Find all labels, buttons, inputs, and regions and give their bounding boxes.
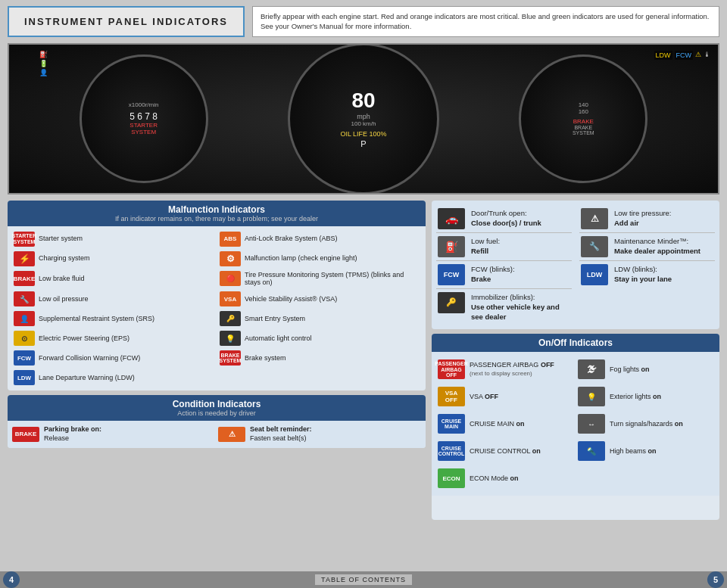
condition-subtitle: Action is needed by driver xyxy=(11,409,422,417)
econ-mode-item: ECON ECON Mode on xyxy=(436,465,575,491)
starter-system-label: Starter system xyxy=(39,235,83,243)
malfunction-subtitle: If an indicator remains on, there may be… xyxy=(11,215,422,222)
immobilizer-label: Immobilizer (blinks):Use other vehicle k… xyxy=(471,292,570,322)
indicator-item: ⚙ Malfunction lamp (check engine light) xyxy=(217,249,423,269)
exterior-lights-icon: 💡 xyxy=(578,387,605,406)
temp-icon: 🌡 xyxy=(704,51,710,60)
passenger-airbag-label: PASSENGER AIRBAG OFF(next to display scr… xyxy=(470,361,554,378)
door-trunk-label: Door/Trunk open:Close door(s) / trunk xyxy=(471,208,541,229)
malfunction-header: Malfunction Indicators If an indicator r… xyxy=(8,201,426,226)
left-column: Malfunction Indicators If an indicator r… xyxy=(8,201,426,520)
immobilizer-icon: 🔑 xyxy=(438,292,465,313)
maintenance-label: Maintenance Minder™:Make dealer appointm… xyxy=(614,236,700,257)
smart-entry-label: Smart Entry System xyxy=(245,315,305,323)
fcw-blinks-icon: FCW xyxy=(438,264,465,285)
toc-link[interactable]: TABLE OF CONTENTS xyxy=(315,574,412,585)
vsa-off-icon: VSAOFF xyxy=(438,387,465,406)
ldw-blinks-label: LDW (blinks):Stay in your lane xyxy=(614,264,672,285)
condition-section: Condition Indicators Action is needed by… xyxy=(8,395,426,447)
parking-brake-item: BRAKE Parking brake on:Release xyxy=(12,425,215,443)
ldw-blinks-icon: LDW xyxy=(581,264,608,285)
door-trunk-item: 🚗 Door/Trunk open:Close door(s) / trunk xyxy=(436,205,572,233)
fuel-temp-gauge: 140 160 BRAKE BRAKESYSTEM xyxy=(519,54,647,183)
fog-lights-item: 🌫 Fog lights on xyxy=(576,356,715,382)
tire-pressure-icon: ⚠ xyxy=(581,208,608,229)
brake-fluid-label: Low brake fluid xyxy=(39,275,85,283)
eps-label: Electric Power Steering (EPS) xyxy=(39,334,129,343)
indicator-item: VSA Vehicle Stability Assist® (VSA) xyxy=(217,289,423,309)
indicator-item: ⚡ Charging system xyxy=(11,249,217,269)
warning-icon: ⚠ xyxy=(695,51,701,60)
top-header: INSTRUMENT PANEL INDICATORS Briefly appe… xyxy=(0,0,727,40)
engine-light-label: Malfunction lamp (check engine light) xyxy=(245,254,357,263)
brake-system-label: Brake system xyxy=(245,354,286,362)
tpms-label: Tire Pressure Monitoring System (TPMS) (… xyxy=(245,271,420,288)
tire-pressure-item: ⚠ Low tire pressure:Add air xyxy=(579,205,715,233)
econ-label: ECON Mode on xyxy=(470,474,519,484)
indicator-item: ABS Anti-Lock Brake System (ABS) xyxy=(217,229,423,249)
right-indicators-grid: 🚗 Door/Trunk open:Close door(s) / trunk … xyxy=(432,201,719,330)
condition-title: Condition Indicators xyxy=(11,399,422,409)
tpms-icon: 🔴 xyxy=(220,271,241,286)
ldw-blinks-item: LDW LDW (blinks):Stay in your lane xyxy=(579,261,715,288)
description-box: Briefly appear with each engine start. R… xyxy=(252,6,719,37)
turn-signals-icon: ↔ xyxy=(578,414,605,434)
fuel-icon-dash: ⛽ xyxy=(39,51,48,58)
condition-grid: BRAKE Parking brake on:Release ⚠ Seat be… xyxy=(8,421,426,447)
exterior-lights-item: 💡 Exterior lights on xyxy=(576,384,715,409)
fcw-dash-icon: FCW xyxy=(675,51,694,60)
seatbelt-icon: ⚠ xyxy=(218,427,245,442)
onoff-grid: PASSENGERAIRBAGOFF PASSENGER AIRBAG OFF(… xyxy=(432,352,719,496)
vsa-off-label: VSA OFF xyxy=(470,393,498,402)
low-fuel-item: ⛽ Low fuel:Refill xyxy=(436,233,572,261)
high-beams-item: 🔦 High beams on xyxy=(576,438,715,464)
tachometer-gauge: x1000r/min 5 6 7 8 STARTERSYSTEM xyxy=(80,54,208,183)
speedometer-gauge: 80 mph 100 km/h OIL LIFE 100% P xyxy=(288,43,439,194)
cruise-control-label: CRUISE CONTROL on xyxy=(470,447,541,456)
indicator-item: STARTERSYSTEM Starter system xyxy=(11,229,217,249)
seatbelt-item: ⚠ Seat belt reminder:Fasten seat belt(s) xyxy=(218,425,421,443)
right-column: 🚗 Door/Trunk open:Close door(s) / trunk … xyxy=(432,201,719,520)
right-ind-right: ⚠ Low tire pressure:Add air 🔧 Maintenanc… xyxy=(579,205,715,325)
indicator-item: 🔑 Smart Entry System xyxy=(217,309,423,328)
right-indicators-section: 🚗 Door/Trunk open:Close door(s) / trunk … xyxy=(432,201,719,330)
bottom-bar: 4 TABLE OF CONTENTS 5 xyxy=(0,571,727,588)
high-beams-label: High beams on xyxy=(610,447,657,456)
vsa-icon: VSA xyxy=(220,291,241,306)
eps-icon: ⊙ xyxy=(14,331,35,346)
indicator-item: 💡 Automatic light control xyxy=(217,328,423,348)
econ-icon: ECON xyxy=(438,468,465,488)
charging-icon: ⚡ xyxy=(14,251,35,266)
fcw-icon: FCW xyxy=(14,350,35,366)
maintenance-icon: 🔧 xyxy=(581,236,608,257)
turn-signals-label: Turn signals/hazards on xyxy=(610,420,683,429)
parking-brake-label: Parking brake on:Release xyxy=(44,425,101,443)
right-ind-left: 🚗 Door/Trunk open:Close door(s) / trunk … xyxy=(436,205,572,325)
oil-pressure-icon: 🔧 xyxy=(14,291,35,306)
srs-label: Supplemental Restraint System (SRS) xyxy=(39,315,154,323)
condition-header: Condition Indicators Action is needed by… xyxy=(8,395,426,421)
cruise-control-icon: CRUISECONTROL xyxy=(438,441,465,461)
cruise-main-label: CRUISE MAIN on xyxy=(470,420,525,429)
cruise-main-item: CRUISEMAIN CRUISE MAIN on xyxy=(436,411,575,437)
fcw-blinks-label: FCW (blinks):Brake xyxy=(471,264,515,285)
page-num-right: 5 xyxy=(707,571,724,588)
abs-label: Anti-Lock Brake System (ABS) xyxy=(245,235,338,243)
main-content: Malfunction Indicators If an indicator r… xyxy=(0,198,727,523)
parking-brake-icon: BRAKE xyxy=(12,427,39,442)
brake-fluid-icon: BRAKE xyxy=(14,271,35,286)
charging-label: Charging system xyxy=(39,254,90,263)
smart-entry-icon: 🔑 xyxy=(220,311,241,326)
engine-light-icon: ⚙ xyxy=(220,251,241,266)
indicator-item: LDW Lane Departure Warning (LDW) xyxy=(11,368,217,387)
indicator-item: FCW Forward Collision Warning (FCW) xyxy=(11,348,217,368)
cruise-main-icon: CRUISEMAIN xyxy=(438,414,465,434)
starter-system-icon: STARTERSYSTEM xyxy=(14,232,35,247)
abs-icon: ABS xyxy=(220,232,241,247)
seatbelt-icon-dash: 👤 xyxy=(39,69,48,76)
indicator-item: BRAKE Low brake fluid xyxy=(11,269,217,290)
cruise-control-item: CRUISECONTROL CRUISE CONTROL on xyxy=(436,438,575,464)
passenger-airbag-icon: PASSENGERAIRBAGOFF xyxy=(438,359,465,379)
srs-icon: 👤 xyxy=(14,311,35,326)
page-num-left: 4 xyxy=(3,571,20,588)
